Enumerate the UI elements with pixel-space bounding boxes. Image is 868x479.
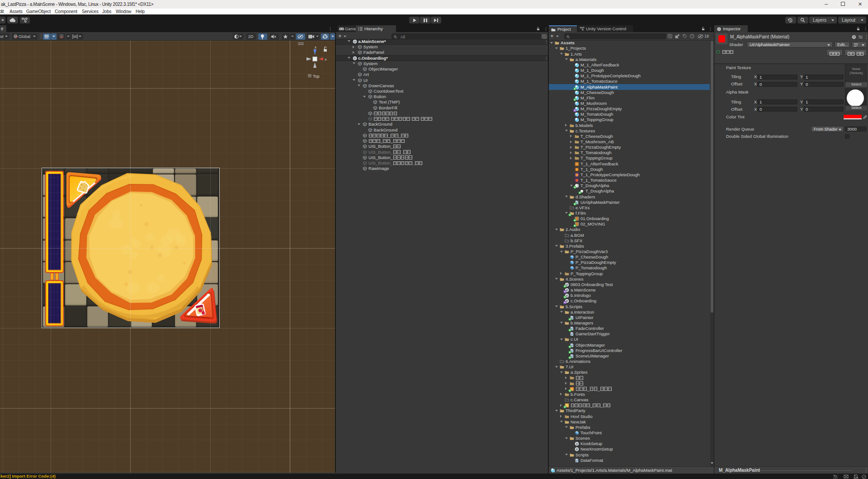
svg-text:?: ? (853, 36, 855, 39)
svg-text:#: # (576, 459, 578, 462)
svg-text:#: # (571, 328, 573, 330)
svg-text:#: # (571, 349, 573, 352)
svg-text:z: z (315, 45, 316, 49)
svg-text:Top: Top (313, 74, 320, 79)
svg-text:x: x (325, 57, 327, 61)
svg-text:#: # (571, 355, 573, 357)
svg-text:#: # (571, 333, 573, 336)
svg-text:#: # (571, 316, 573, 319)
svg-text:#: # (571, 344, 573, 347)
